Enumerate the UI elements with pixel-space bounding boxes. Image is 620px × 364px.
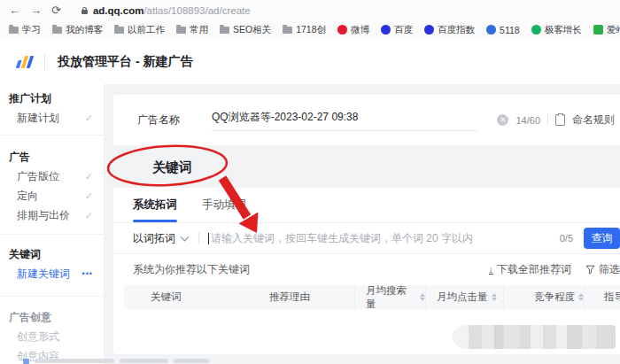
text-caret [208, 233, 209, 244]
bookmark-微博[interactable]: 微博 [333, 24, 374, 36]
bookmark-百度[interactable]: 百度 [376, 24, 417, 36]
search-button[interactable]: 查询 [584, 228, 620, 249]
header-divider [44, 54, 45, 70]
bookmark-常用[interactable]: 常用 [172, 24, 213, 36]
bookmark-label: SEO相关 [233, 24, 271, 36]
bookmark-label: 百度 [394, 24, 413, 36]
address-bar[interactable]: ad.qq.com/atlas/108893/ad/create [81, 5, 251, 16]
filter-label: 筛选 [599, 262, 620, 277]
folder-icon [283, 27, 292, 34]
sidebar-item-新建关键词[interactable]: 新建关键词••• [0, 264, 104, 283]
keyword-input[interactable]: 请输入关键词，按回车键生成关键词，单个词 20 字以内 [211, 231, 473, 246]
bookmark-label: 百度指数 [438, 24, 475, 36]
divider [198, 232, 199, 244]
naming-rule-link[interactable]: 命名规则 [572, 112, 615, 128]
sidebar-section-广告: 广告 [0, 147, 104, 167]
weibo-favicon-icon [337, 25, 347, 35]
sidebar-item-排期与出价[interactable]: 排期与出价✓ [0, 205, 104, 225]
folder-icon [220, 27, 229, 34]
jikezengzhang-favicon-icon [531, 25, 541, 35]
bookmark-label: 常用 [190, 24, 208, 36]
bookmark-label: 5118 [500, 25, 520, 35]
folder-icon [52, 27, 62, 34]
bookmark-百度指数[interactable]: 百度指数 [420, 24, 479, 36]
blurred-watermark [454, 325, 616, 349]
baidu-index-favicon-icon [424, 25, 434, 35]
clear-input-icon[interactable]: ✕ [497, 114, 508, 126]
sidebar-item-label: 定向 [17, 186, 38, 205]
page-title: 投放管理平台 - 新建广告 [58, 54, 192, 70]
bookmark-以前工作[interactable]: 以前工作 [110, 24, 169, 36]
column-label: 推荐理由 [269, 290, 310, 304]
step-sidebar: 推广计划新建计划✓广告广告版位✓定向✓排期与出价✓关键词新建关键词•••广告创意… [0, 84, 105, 364]
check-icon: ✓ [85, 167, 93, 186]
sidebar-divider [0, 234, 104, 235]
baidu-favicon-icon [381, 25, 391, 35]
bookmark-label: 极客增长 [545, 24, 582, 36]
folder-icon [114, 27, 124, 34]
bookmark-label: 微博 [351, 24, 369, 36]
app-header: 投放管理平台 - 新建广告 [0, 40, 620, 84]
column-label: 月均点击量 [437, 290, 488, 304]
column-header-关键词: 关键词 [124, 285, 259, 309]
more-dots-icon[interactable]: ••• [82, 264, 93, 283]
keyword-input-counter: 0/5 [560, 233, 573, 244]
bookmark-SEO相关[interactable]: SEO相关 [215, 24, 275, 36]
ad-name-card: 广告名称 QQ浏览器等-2023-02-27 09:38 ✕ 14/60 命名规… [113, 95, 620, 145]
download-all-label: 下载全部推荐词 [497, 262, 571, 277]
bookmark-学习[interactable]: 学习 [4, 24, 45, 36]
tab-手动填词[interactable]: 手动填词 [202, 188, 246, 222]
expand-mode-select[interactable]: 以词拓词 [133, 231, 175, 246]
column-header-竞争程度[interactable]: 竞争程度 [503, 285, 584, 309]
bookmark-label: 1718创 [296, 24, 326, 36]
bookmark-爱站[interactable]: 爱站 [589, 24, 620, 36]
bookmark-label: 我的博客 [66, 24, 103, 36]
sidebar-item-label: 广告版位 [17, 167, 59, 186]
reload-icon[interactable]: ⟳ [51, 4, 61, 16]
recommend-hint: 系统为你推荐以下关键词 [133, 262, 250, 277]
tab-系统拓词[interactable]: 系统拓词 [133, 188, 177, 222]
bookmark-我的博客[interactable]: 我的博客 [48, 24, 107, 36]
ad-name-label: 广告名称 [137, 112, 180, 128]
back-icon[interactable]: ← [9, 4, 20, 16]
naming-rule-icon [555, 114, 565, 126]
filter-button[interactable]: 筛选 [585, 262, 620, 277]
browser-nav-row: ← → ⟳ ad.qq.com/atlas/108893/ad/create [0, 0, 620, 20]
browser-chrome: ← → ⟳ ad.qq.com/atlas/108893/ad/create 学… [0, 0, 620, 41]
column-header-推荐理由: 推荐理由 [259, 285, 354, 309]
column-label: 指导价 [604, 290, 620, 304]
download-all-button[interactable]: ↓ 下载全部推荐词 [489, 262, 572, 277]
sidebar-section-广告创意: 广告创意 [0, 307, 104, 327]
lock-icon [81, 10, 88, 14]
recommend-row: 系统为你推荐以下关键词 ↓ 下载全部推荐词 筛选 [113, 254, 620, 285]
sidebar-divider [0, 296, 104, 297]
download-icon: ↓ [489, 265, 494, 275]
sidebar-item-新建计划[interactable]: 新建计划✓ [0, 108, 104, 128]
bookmark-1718创[interactable]: 1718创 [278, 24, 330, 36]
sidebar-item-label: 新建计划 [17, 108, 59, 128]
bookmark-5118[interactable]: 5118 [482, 25, 524, 35]
keyword-table-header: 关键词推荐理由月均搜索量月均点击量竞争程度指导价 [124, 285, 620, 309]
check-icon: ✓ [85, 108, 93, 128]
ad-name-input[interactable]: QQ浏览器等-2023-02-27 09:38 [212, 110, 477, 131]
keyword-tabs: 系统拓词手动填词 [113, 188, 620, 223]
url-path: /atlas/108893/ad/create [143, 5, 250, 16]
forward-icon[interactable]: → [30, 4, 42, 16]
column-header-指导价[interactable]: 指导价 [584, 285, 620, 309]
sort-icon[interactable] [492, 293, 497, 301]
sidebar-item-定向[interactable]: 定向✓ [0, 186, 104, 205]
sidebar-item-创意形式[interactable]: 创意形式 [0, 327, 104, 346]
ad-name-counter: 14/60 [515, 115, 540, 126]
bookmark-极客增长[interactable]: 极客增长 [527, 24, 586, 36]
folder-icon [176, 27, 186, 34]
column-label: 竞争程度 [534, 290, 575, 304]
chevron-down-icon[interactable] [181, 233, 190, 242]
funnel-icon [585, 265, 595, 275]
folder-icon [9, 27, 19, 34]
column-header-月均搜索量[interactable]: 月均搜索量 [354, 285, 425, 309]
sidebar-item-label: 排期与出价 [17, 205, 70, 225]
sidebar-section-关键词: 关键词 [0, 244, 104, 264]
column-header-月均点击量[interactable]: 月均点击量 [425, 285, 503, 309]
keyword-input-row: 以词拓词 请输入关键词，按回车键生成关键词，单个词 20 字以内 0/5 查询 [113, 223, 620, 254]
sidebar-item-广告版位[interactable]: 广告版位✓ [0, 167, 104, 186]
